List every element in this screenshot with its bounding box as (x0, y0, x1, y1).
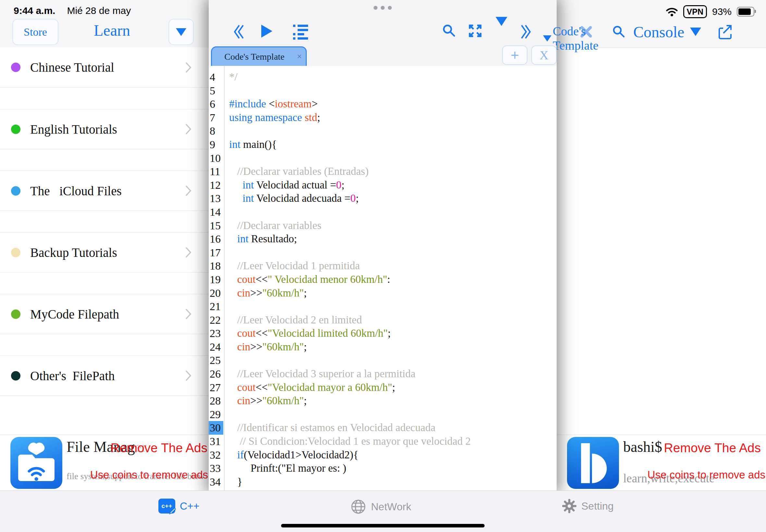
sidebar-item-label: Chinese Tutorial (30, 60, 114, 75)
line-number[interactable]: 22 (209, 313, 223, 327)
code-text[interactable]: cin>>"60km/h"; (229, 286, 307, 300)
line-number[interactable]: 14 (209, 205, 223, 219)
code-text[interactable]: #include <iostream> (229, 97, 318, 111)
bashi-ad[interactable]: bashi$ Remove The Ads learn,write,execut… (557, 435, 766, 490)
line-number[interactable]: 17 (209, 246, 223, 260)
code-text[interactable]: cout<<" Velocidad menor 60km/h": (229, 273, 390, 286)
line-number[interactable]: 7 (209, 111, 223, 125)
learn-dropdown-button[interactable] (168, 19, 194, 45)
search-icon[interactable] (612, 25, 626, 39)
code-text[interactable]: //Declarar variables (229, 219, 321, 233)
close-all-tabs-button[interactable]: X (531, 45, 557, 65)
run-icon[interactable] (259, 23, 273, 39)
tab-cpp[interactable]: c++ C++ (158, 499, 199, 514)
page-title: Learn (78, 21, 146, 39)
line-number[interactable]: 34 (209, 475, 223, 489)
code-text[interactable]: Prinft:("El mayor es: ) (229, 462, 346, 475)
code-text[interactable]: } (229, 475, 242, 489)
code-editor[interactable]: 4*/56#include <iostream>7using namespace… (209, 66, 557, 490)
code-line-15: 15 //Declarar variables (209, 219, 557, 233)
line-number[interactable]: 32 (209, 448, 223, 462)
line-number[interactable]: 29 (209, 408, 223, 421)
console-dropdown-icon[interactable] (690, 28, 701, 36)
code-text[interactable]: */ (229, 70, 237, 84)
editor-dropdown-icon[interactable] (496, 26, 507, 32)
code-text[interactable]: cin>>"60km/h"; (229, 340, 307, 354)
share-icon[interactable] (717, 24, 734, 40)
store-button[interactable]: Store (12, 19, 58, 45)
wifi-icon (666, 7, 678, 17)
line-number[interactable]: 10 (209, 151, 223, 165)
line-number[interactable]: 5 (209, 84, 223, 98)
sidebar-item-0[interactable]: Chinese Tutorial (0, 47, 209, 88)
sidebar-item-2[interactable]: The iCloud Files (0, 171, 209, 211)
code-line-7: 7using namespace std; (209, 111, 557, 125)
line-number[interactable]: 16 (209, 232, 223, 246)
cpp-icon: c++ (158, 499, 175, 514)
line-number[interactable]: 30 (209, 421, 223, 435)
code-text[interactable]: //Declarar variables (Entradas) (229, 165, 369, 178)
code-text[interactable]: //Identificar si estamos en Velocidad ad… (229, 421, 435, 435)
line-number[interactable]: 6 (209, 97, 223, 111)
line-number[interactable]: 31 (209, 435, 223, 448)
search-icon[interactable] (442, 23, 457, 38)
line-number[interactable]: 23 (209, 327, 223, 340)
tab-codes-template[interactable]: Code's Template × (211, 46, 307, 66)
code-text[interactable]: // Si Condicion:Velocidad 1 es mayor que… (229, 435, 471, 448)
line-number[interactable]: 28 (209, 394, 223, 408)
line-number[interactable]: 33 (209, 462, 223, 475)
sidebar-item-1[interactable]: English Tutorials (0, 109, 209, 149)
code-text[interactable]: int Velocidad actual =0; (229, 178, 344, 192)
window-grab-handle[interactable] (373, 6, 392, 10)
code-text[interactable]: int main(){ (229, 138, 277, 151)
line-number[interactable]: 20 (209, 286, 223, 300)
code-text[interactable]: cout<<"Velocidad limited 60km/h"; (229, 327, 391, 340)
line-number[interactable]: 18 (209, 259, 223, 273)
line-number[interactable]: 9 (209, 138, 223, 151)
code-text[interactable]: cout<<"Velocidad mayor a 60km/h"; (229, 381, 395, 394)
use-coins-link[interactable]: Use coins to remove ads (648, 469, 765, 481)
new-tab-button[interactable]: + (502, 45, 528, 65)
line-number[interactable]: 19 (209, 273, 223, 286)
console-panel: VPN 93% Console (557, 0, 766, 490)
collapse-left-icon[interactable] (232, 23, 245, 40)
line-number[interactable]: 27 (209, 381, 223, 394)
code-line-24: 24 cin>>"60km/h"; (209, 340, 557, 354)
code-text[interactable]: using namespace std; (229, 111, 320, 125)
line-number[interactable]: 13 (209, 192, 223, 205)
sidebar-item-3[interactable]: Backup Tutorials (0, 232, 209, 272)
line-number[interactable]: 15 (209, 219, 223, 233)
outline-list-icon[interactable] (292, 25, 309, 40)
tab-network[interactable]: NetWork (350, 499, 411, 515)
sidebar-item-4[interactable]: MyCode Filepath (0, 294, 209, 334)
line-number[interactable]: 25 (209, 354, 223, 367)
home-indicator[interactable] (281, 524, 485, 527)
code-text[interactable]: if(Velocidad1>Velocidad2){ (229, 448, 358, 462)
line-number[interactable]: 12 (209, 178, 223, 192)
remove-ads-link[interactable]: Remove The Ads (111, 441, 207, 455)
list-spacer (0, 88, 209, 109)
use-coins-link[interactable]: Use coins to remove ads (90, 469, 208, 481)
line-number[interactable]: 4 (209, 70, 223, 84)
code-text[interactable]: int Resultado; (229, 232, 297, 246)
line-number[interactable]: 11 (209, 165, 223, 178)
line-number[interactable]: 8 (209, 124, 223, 138)
sidebar-item-5[interactable]: Other's FilePath (0, 356, 209, 396)
line-number[interactable]: 26 (209, 367, 223, 381)
list-spacer (0, 334, 209, 356)
tab-close-icon[interactable]: × (297, 52, 302, 62)
file-manager-ad[interactable]: File Manager Remove The Ads file system,… (0, 435, 209, 490)
code-text[interactable]: //Leer Velocidad 1 permitida (229, 259, 360, 273)
line-number[interactable]: 21 (209, 300, 223, 313)
remove-ads-link[interactable]: Remove The Ads (664, 441, 761, 455)
code-text[interactable]: int Velocidad adecuada =0; (229, 192, 359, 205)
code-line-32: 32 if(Velocidad1>Velocidad2){ (209, 448, 557, 462)
code-text[interactable]: cin>>"60km/h"; (229, 394, 307, 408)
tab-setting[interactable]: Setting (562, 499, 614, 514)
expand-right-icon[interactable] (520, 23, 533, 40)
line-number[interactable]: 24 (209, 340, 223, 354)
code-text[interactable]: //Leer Velocidad 2 en limited (229, 313, 362, 327)
fullscreen-icon[interactable] (468, 23, 483, 38)
code-text[interactable]: //Leer Velocidad 3 superior a la permiti… (229, 367, 416, 381)
status-bar-right: VPN 93% (666, 5, 754, 18)
